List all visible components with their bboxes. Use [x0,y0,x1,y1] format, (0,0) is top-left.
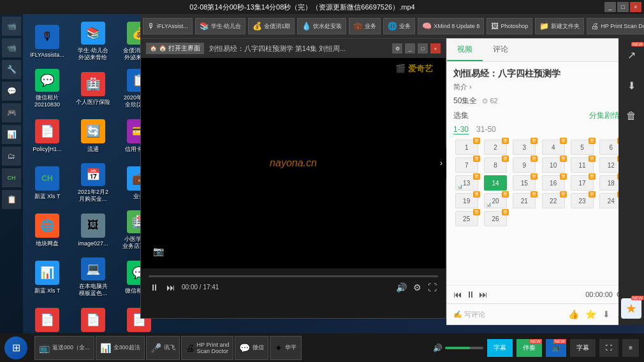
desktop-icon-insurance[interactable]: 🏥 个人医疗保险 [71,66,115,111]
mini-play-btn[interactable]: ⏸ [466,289,475,300]
progress-bar[interactable] [149,275,438,277]
video-restore-btn[interactable]: □ [418,43,428,54]
episode-item-20[interactable]: 赞20📊 [482,193,508,208]
volume-slider[interactable] [445,347,483,349]
tab-video[interactable]: 视频 [447,39,483,61]
episode-item-19[interactable]: 赞19 [453,193,479,208]
desktop-icon-template[interactable]: 💻 在本电脑共模板蓝色... [71,255,115,300]
desktop-icon-image[interactable]: 🖼 image027... [71,208,115,252]
star-icon[interactable]: ⭐ [585,309,596,319]
taskbar-special[interactable]: ✦ 华平 [270,336,302,360]
comment-area[interactable]: ✍ 写评论 [453,310,485,319]
app-globe[interactable]: 🌐业务 [383,18,415,34]
episode-item-16[interactable]: 赞16 [540,175,566,191]
close-button[interactable]: × [630,2,641,12]
app-photoshop[interactable]: 🖼Photoshop [487,18,532,34]
taskbar-excel[interactable]: 📊 全300超法 [96,336,145,360]
next-button[interactable]: ⏭ [165,281,177,294]
desktop-icon-xls[interactable]: 📊 新蓝 Xls T [26,255,69,300]
lt-icon-ch[interactable]: CH [2,168,21,187]
episode-item-4[interactable]: 赞4 [540,140,566,155]
accompany-btn[interactable]: 伴奏 NEW [516,339,542,357]
mini-next-btn[interactable]: ⏭ [479,289,488,300]
episode-item-14[interactable]: 14 [482,175,508,191]
app-xmind[interactable]: 🧠XMind 8 Update 8 [418,18,484,34]
episode-item-25[interactable]: 赞25 [453,211,479,226]
app-folder[interactable]: 📁新建文件夹 [535,18,584,34]
download-icon[interactable]: ⬇ [603,309,610,319]
screen-btn[interactable]: 📺 NEW [546,339,566,357]
range-1-30[interactable]: 1-30 [453,125,469,134]
lt-icon-8[interactable]: 📋 [2,190,21,209]
desktop-icon-2021[interactable]: 📅 2021年2月2月购买金... [71,161,115,205]
desktop-icon-ch[interactable]: CH 新蓝 Xls T [26,161,69,205]
episode-item-9[interactable]: 赞9 [511,157,538,173]
taskbar-voice[interactable]: 🎤 讯飞 [146,336,180,360]
episode-item-10[interactable]: 赞10 [540,157,566,173]
episode-item-17[interactable]: 赞17 [569,175,595,191]
video-close-btn[interactable]: × [430,43,441,54]
sidebar-star-icon[interactable]: ★ NEW [621,298,641,319]
lt-icon-7[interactable]: 🗂 [2,147,21,166]
screenshot-button[interactable]: 📷 [149,242,168,261]
episode-item-22[interactable]: 赞22 [540,193,566,208]
episode-item-11[interactable]: 赞11 [569,157,595,173]
episode-item-3[interactable]: 赞3 [511,140,538,155]
lt-icon-5[interactable]: 🎮 [2,103,21,122]
desktop-icon-iflyassist[interactable]: 🎙 iFLYAssista... [26,19,69,64]
desktop-icon-pdf1[interactable]: 📄 PDF [26,302,69,333]
desktop-icon-netdisk[interactable]: 🌐 地块网盘 [26,208,69,252]
lt-icon-6[interactable]: 📊 [2,125,21,144]
app-biz[interactable]: 💼业务 [349,18,381,34]
taskbar-video-player[interactable]: 📺 返送000（全... [34,336,94,360]
episode-item-21[interactable]: 赞21 [511,193,538,208]
sidebar-delete-icon[interactable]: 🗑 [621,106,641,126]
video-area[interactable]: 🎬 爱奇艺 nayona.cn 📷 › [141,58,446,268]
app-student[interactable]: 📚学生·幼儿合 [195,18,246,34]
menu-btn[interactable]: ≡ [622,339,639,357]
episode-item-2[interactable]: 赞2 [482,140,508,155]
episode-item-8[interactable]: 赞8 [482,157,508,173]
app-water[interactable]: 💧饮水处安装 [297,18,346,34]
app-hp-print[interactable]: 🖨HP Print Scan Doct... [587,18,644,34]
minimize-button[interactable]: _ [604,2,616,12]
maximize-button[interactable]: □ [617,2,629,12]
lt-icon-3[interactable]: 🔧 [2,60,21,79]
desktop-icon-policy[interactable]: 📄 Policy[H1... [26,113,69,158]
lt-icon-4[interactable]: 💬 [2,82,21,101]
volume-button[interactable]: 🔊 [395,281,408,294]
episode-item-5[interactable]: 赞5 [569,140,595,155]
range-31-50[interactable]: 31-50 [476,125,496,134]
desktop-icon-student[interactable]: 📚 学生·幼儿合外泌来骨给 [71,19,115,64]
app-debt[interactable]: 💰金债消1期 [248,18,295,34]
episode-item-1[interactable]: 赞1 [453,140,479,155]
volume-icon[interactable]: 🔊 [433,344,443,352]
series-subtitle[interactable]: 简介 › [453,82,624,92]
sidebar-share-icon[interactable]: ↗ NEW [621,45,641,65]
home-button[interactable]: 🏠 🏠 打开主界面 [146,43,204,54]
mini-prev-btn[interactable]: ⏮ [453,289,462,300]
fullscreen-tb-btn[interactable]: ⛶ [599,339,618,357]
video-settings-btn[interactable]: ⚙ [392,43,402,54]
like-icon[interactable]: 👍 [568,309,579,319]
video-minimize-btn[interactable]: _ [405,43,415,54]
episode-item-23[interactable]: 赞23 [569,193,595,208]
play-pause-button[interactable]: ⏸ [149,281,160,294]
app-iflyassist[interactable]: 🎙iFLYAssist... [143,18,193,34]
settings-button[interactable]: ⚙ [412,281,423,294]
iqiyi-btn[interactable]: 字幕 [487,339,513,357]
episode-item-7[interactable]: 赞7 [453,157,479,173]
lt-icon-1[interactable]: 📹 [2,17,21,36]
taskbar-hp[interactable]: 🖨 HP Print andScan Doctor [181,336,234,360]
episode-item-15[interactable]: 赞15 [511,175,538,191]
lt-icon-2[interactable]: 📹 [2,38,21,57]
desktop-icon-wechat-photo[interactable]: 💬 微信相片20210830 [26,66,69,111]
sidebar-toggle-arrow[interactable]: › [436,147,446,179]
fullscreen-button[interactable]: ⛶ [427,281,438,294]
episode-item-13[interactable]: 赞13📊 [453,175,479,191]
episode-item-26[interactable]: 赞26 [482,211,508,226]
start-button[interactable]: ⊞ [4,337,27,359]
subtitle-btn[interactable]: 字幕 [570,339,596,357]
desktop-icon-flow[interactable]: 🔄 流通 [71,113,115,158]
sidebar-download-icon[interactable]: ⬇ [621,75,641,96]
